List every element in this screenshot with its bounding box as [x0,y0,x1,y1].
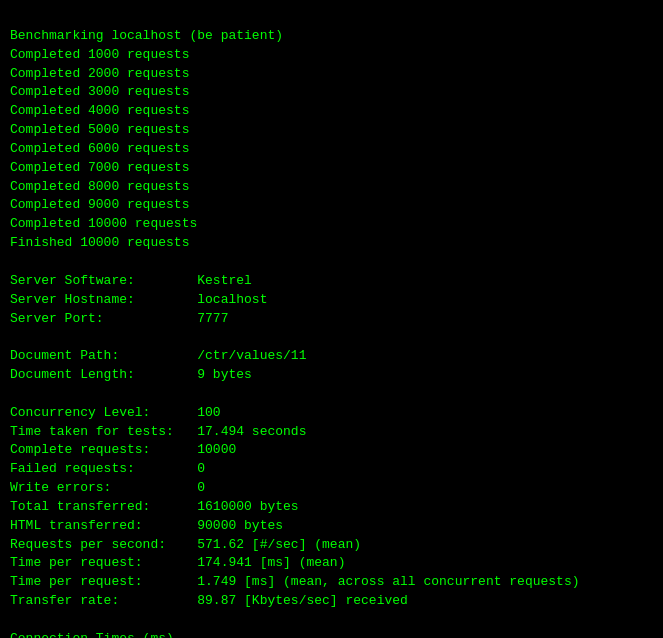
terminal-line: Failed requests: 0 [10,460,653,479]
terminal-line: Server Port: 7777 [10,310,653,329]
terminal-line: Server Software: Kestrel [10,272,653,291]
terminal-line [10,385,653,404]
terminal-line: Connection Times (ms) [10,630,653,638]
terminal-line: Completed 5000 requests [10,121,653,140]
terminal-line: Completed 1000 requests [10,46,653,65]
terminal-line: Completed 4000 requests [10,102,653,121]
terminal-line [10,611,653,630]
terminal-line: Document Length: 9 bytes [10,366,653,385]
terminal-line: Document Path: /ctr/values/11 [10,347,653,366]
terminal-line: Completed 3000 requests [10,83,653,102]
terminal-line: Completed 7000 requests [10,159,653,178]
terminal-line: Server Hostname: localhost [10,291,653,310]
terminal-line: Completed 2000 requests [10,65,653,84]
terminal-line: Finished 10000 requests [10,234,653,253]
terminal-line: Time taken for tests: 17.494 seconds [10,423,653,442]
terminal-line: Time per request: 174.941 [ms] (mean) [10,554,653,573]
terminal-line [10,253,653,272]
terminal-line: Concurrency Level: 100 [10,404,653,423]
terminal-line: Completed 9000 requests [10,196,653,215]
terminal-line: Completed 8000 requests [10,178,653,197]
terminal-line: Time per request: 1.749 [ms] (mean, acro… [10,573,653,592]
terminal-line: HTML transferred: 90000 bytes [10,517,653,536]
terminal-line: Completed 6000 requests [10,140,653,159]
terminal-line: Benchmarking localhost (be patient) [10,27,653,46]
terminal-line: Requests per second: 571.62 [#/sec] (mea… [10,536,653,555]
terminal-line [10,328,653,347]
terminal-output: Benchmarking localhost (be patient)Compl… [10,8,653,638]
terminal-line: Complete requests: 10000 [10,441,653,460]
terminal-line: Total transferred: 1610000 bytes [10,498,653,517]
terminal-line: Completed 10000 requests [10,215,653,234]
terminal-line: Write errors: 0 [10,479,653,498]
terminal-line: Transfer rate: 89.87 [Kbytes/sec] receiv… [10,592,653,611]
